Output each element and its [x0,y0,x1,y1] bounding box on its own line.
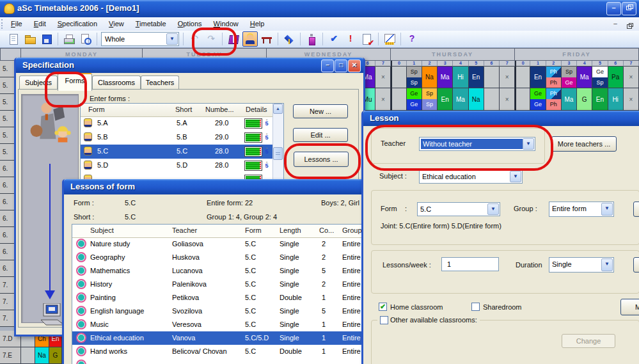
timetable-cell[interactable]: GeSp [592,67,608,88]
lesson-cell-half[interactable]: Ge [407,99,422,110]
lesson-row[interactable]: English languageSvozilova5.CSingle5Entir… [72,305,370,318]
lesson-cell-half[interactable]: Sp [422,88,437,99]
change-button[interactable]: Change [562,334,615,348]
scrollbar-thumb[interactable] [273,147,283,160]
lesson-cell-half[interactable]: Ge [530,99,545,110]
teacher-select[interactable]: Without teacher ▼ [419,137,535,151]
timetable-cell[interactable]: En [438,88,453,111]
timetable-cell[interactable]: En [530,67,546,88]
lesson-row[interactable]: Hand worksBelicova/ Chovan5.CDouble1Enti… [72,345,370,358]
lesson-cell-half[interactable]: Ph [546,77,561,88]
redo-icon[interactable]: ↷ [203,31,219,47]
timetable-cell[interactable]: Pa [608,67,624,88]
timetable-cell[interactable]: × [375,67,391,88]
menu-item-options[interactable]: Options [172,17,208,31]
timetable-cell[interactable]: × [500,67,515,88]
menu-item-file[interactable]: File [5,17,28,31]
duration-select[interactable]: Single ▼ [549,257,614,273]
more-teachers-button[interactable]: More teachers ... [551,136,617,152]
classes-icon[interactable] [281,31,297,47]
lesson-row[interactable]: MusicVeresova5.CSingle1Entire [72,318,370,331]
column-header-numbe[interactable]: Numbe... [205,106,234,113]
spec-maximize-button[interactable]: □ [335,59,347,72]
minimize-button[interactable]: – [606,2,621,15]
lesson-row[interactable]: Ethical educationVanova5.C/5.DSingle1Ent… [72,331,370,345]
restore-button[interactable] [622,2,636,15]
help-icon[interactable]: ? [404,31,420,47]
timetable-cell[interactable]: × [624,88,639,111]
timetable-cell[interactable]: G [577,88,592,111]
generate-icon[interactable] [304,31,319,47]
timetable-cell[interactable]: Na [422,67,438,88]
timetable-cell[interactable]: Ma [562,88,577,111]
teachers-icon[interactable] [242,31,258,47]
timetable-cell[interactable]: × [500,88,515,111]
chevron-down-icon[interactable]: ▼ [523,138,534,150]
classrooms-icon[interactable] [259,31,274,47]
lesson-cell-half[interactable]: Sp [562,67,576,77]
specification-title-bar[interactable]: Specification – □ ✕ [16,58,363,73]
timetable-cell[interactable] [515,67,530,88]
form-row[interactable]: 5.C5.C28.05 [81,145,273,159]
lesson-row[interactable] [72,358,370,364]
sharedroom-checkbox[interactable] [471,303,480,311]
timetable-cell[interactable]: Ma [577,67,592,88]
lesson-title-bar[interactable]: Lesson [363,111,639,126]
tab-forms[interactable]: Forms [58,73,92,91]
lesson-row[interactable]: MathematicsLucanova5.CSingle5Entire [72,264,370,278]
form-row[interactable]: 5.A5.A29.05 [81,116,273,131]
timetable-cell[interactable]: × [375,88,391,111]
timetable-cell[interactable]: Hi [608,88,624,111]
form-row[interactable]: 5.D5.D28.05 [81,159,273,173]
menu-item-edit[interactable]: Edit [28,17,52,31]
timetable-cell[interactable]: × [624,67,639,88]
lessons-of-form-title-bar[interactable]: Lessons of form [64,179,372,194]
print-icon[interactable] [61,31,77,47]
clipped-more-button[interactable]: M [620,299,639,315]
new-form-button[interactable]: New ... [293,104,348,118]
spec-minimize-button[interactable]: – [321,59,334,72]
timetable-cell[interactable]: PhPh [546,88,562,111]
lesson-cell-half[interactable]: Sp [407,77,422,88]
tab-classrooms[interactable]: Classrooms [92,75,141,90]
lessons-week-input[interactable]: 1 [441,257,499,271]
column-header-length[interactable]: Length [280,226,301,234]
timetable-cell[interactable]: PhPh [546,67,562,88]
timetable-cell[interactable]: En [592,88,608,111]
undo-icon[interactable]: ↶ [187,31,202,47]
tab-teachers[interactable]: Teachers [141,75,179,90]
lesson-cell-half[interactable]: Ph [546,99,561,110]
chevron-down-icon[interactable]: ▼ [487,203,499,215]
lesson-cell-half[interactable]: Sp [407,67,422,77]
timetable-cell[interactable]: SpGe [562,67,577,88]
timetable-cell[interactable] [515,88,530,111]
timetable-cell[interactable] [484,67,500,88]
open-file-icon[interactable] [22,31,38,47]
timetable-cell[interactable] [21,347,35,364]
spec-close-button[interactable]: ✕ [348,59,361,72]
timetable-cell[interactable] [391,67,406,88]
edit-form-button[interactable]: Edit ... [293,128,348,142]
subject-select[interactable]: Ethical education ▼ [419,170,523,184]
menu-item-window[interactable]: Window [208,17,244,31]
mdi-minimize-button[interactable]: – [611,20,620,28]
lesson-row[interactable]: Nature studyGoliasova5.CSingle2Entire [72,237,370,251]
timetable-cell[interactable]: G [49,347,62,364]
chevron-down-icon[interactable]: ▼ [601,258,613,271]
lesson-cell-half[interactable]: Ph [546,88,561,99]
column-header-teacher[interactable]: Teacher [172,226,197,234]
timetable-cell[interactable]: Ma [438,67,453,88]
lesson-row[interactable]: HistoryPalenikova5.CSingle2Entire [72,278,370,291]
lesson-cell-half[interactable]: Ph [546,67,561,77]
lesson-cell-half[interactable]: Ge [592,67,607,77]
column-header-group[interactable]: Group [342,226,362,234]
lesson-row[interactable]: PaintingPetikova5.CDouble1Entire [72,291,370,305]
clipped-edge-button[interactable] [633,257,639,273]
timetable-cell[interactable]: Hi [453,67,468,88]
conflicts-icon[interactable]: ! [343,31,358,47]
new-document-icon[interactable] [6,31,21,47]
column-header-short[interactable]: Short [175,106,192,113]
column-header-subject[interactable]: Subject [90,226,114,234]
lesson-cell-half[interactable]: Sp [422,99,437,110]
timetable-cell[interactable]: GeGe [407,88,422,111]
